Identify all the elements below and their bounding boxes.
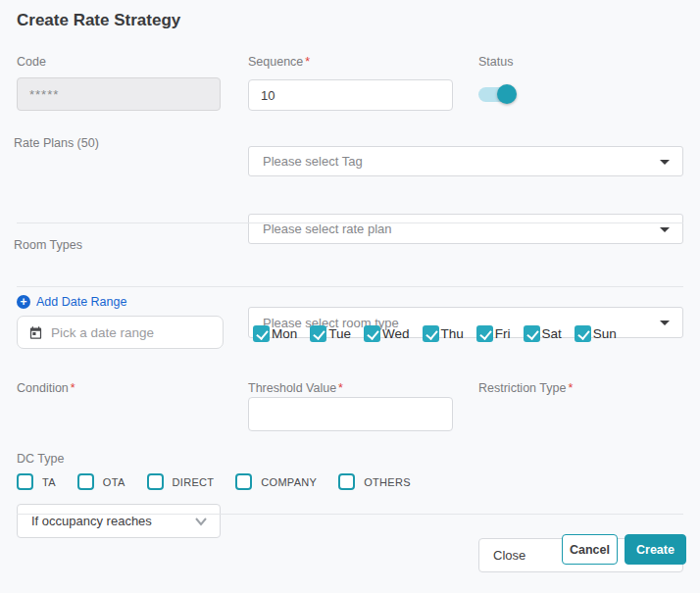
day-label: Mon bbox=[272, 326, 297, 341]
code-input bbox=[17, 77, 221, 111]
caret-down-icon bbox=[660, 227, 670, 232]
day-checkbox-mon[interactable]: Mon bbox=[253, 325, 297, 342]
threshold-label: Threshold Value* bbox=[248, 381, 343, 395]
dc-label: OTA bbox=[103, 476, 125, 488]
required-asterisk: * bbox=[338, 381, 343, 395]
condition-select[interactable]: If occupancy reaches bbox=[17, 504, 221, 538]
dc-label: OTHERS bbox=[364, 476, 411, 488]
cancel-button[interactable]: Cancel bbox=[562, 534, 618, 565]
sequence-label-text: Sequence bbox=[248, 55, 303, 69]
day-label: Sun bbox=[593, 326, 617, 341]
restriction-select-value: Close bbox=[493, 548, 525, 563]
dc-label: COMPANY bbox=[261, 476, 317, 488]
dc-type-label: DC Type bbox=[17, 452, 64, 466]
dc-label: DIRECT bbox=[173, 476, 215, 488]
dc-checkbox-direct[interactable]: DIRECT bbox=[147, 473, 215, 490]
plus-circle-icon: + bbox=[17, 295, 30, 309]
page-title: Create Rate Strategy bbox=[17, 11, 180, 30]
tag-select[interactable]: Please select Tag bbox=[248, 146, 683, 176]
calendar-icon bbox=[28, 325, 43, 340]
dc-checkbox-ota[interactable]: OTA bbox=[77, 473, 125, 490]
day-checkbox-sat[interactable]: Sat bbox=[524, 325, 562, 342]
divider bbox=[17, 286, 683, 287]
create-button[interactable]: Create bbox=[625, 534, 686, 565]
status-label: Status bbox=[478, 55, 513, 69]
checkbox-icon[interactable] bbox=[364, 325, 380, 342]
restriction-type-label: Restriction Type* bbox=[478, 381, 573, 395]
checkbox-icon[interactable] bbox=[147, 473, 164, 490]
dc-checkbox-others[interactable]: OTHERS bbox=[338, 473, 411, 490]
threshold-label-text: Threshold Value bbox=[248, 381, 336, 395]
restriction-label-text: Restriction Type bbox=[478, 381, 566, 395]
day-label: Sat bbox=[542, 326, 562, 341]
toggle-thumb-icon bbox=[497, 84, 517, 104]
day-checkbox-wed[interactable]: Wed bbox=[364, 325, 410, 342]
day-label: Thu bbox=[441, 326, 464, 341]
caret-down-icon bbox=[660, 160, 670, 165]
checkbox-icon[interactable] bbox=[575, 325, 591, 342]
rate-plan-select-placeholder: Please select rate plan bbox=[263, 222, 392, 236]
status-toggle[interactable] bbox=[478, 87, 515, 102]
day-checkbox-fri[interactable]: Fri bbox=[476, 325, 511, 342]
room-types-label: Room Types bbox=[14, 238, 82, 252]
dc-label: TA bbox=[42, 476, 56, 488]
threshold-value-input[interactable] bbox=[248, 397, 453, 431]
rate-plans-label: Rate Plans (50) bbox=[14, 136, 99, 150]
add-date-range-link[interactable]: + Add Date Range bbox=[17, 295, 126, 309]
dc-type-checkbox-row: TA OTA DIRECT COMPANY OTHERS bbox=[17, 473, 432, 490]
checkbox-icon[interactable] bbox=[253, 325, 270, 342]
date-range-placeholder: Pick a date range bbox=[51, 325, 154, 340]
divider bbox=[17, 222, 683, 223]
checkbox-icon[interactable] bbox=[235, 473, 252, 490]
day-label: Tue bbox=[328, 326, 351, 341]
code-label: Code bbox=[17, 55, 46, 69]
caret-down-icon bbox=[660, 321, 670, 325]
condition-label: Condition* bbox=[17, 381, 75, 395]
dc-checkbox-ta[interactable]: TA bbox=[17, 473, 56, 490]
day-checkbox-tue[interactable]: Tue bbox=[310, 325, 351, 342]
day-checkbox-thu[interactable]: Thu bbox=[423, 325, 464, 342]
day-label: Fri bbox=[495, 326, 511, 341]
divider bbox=[17, 514, 683, 515]
checkbox-icon[interactable] bbox=[524, 325, 540, 342]
rate-plan-select[interactable]: Please select rate plan bbox=[248, 214, 683, 244]
required-asterisk: * bbox=[305, 55, 310, 69]
checkbox-icon[interactable] bbox=[77, 473, 94, 490]
sequence-input[interactable] bbox=[248, 79, 453, 111]
dc-checkbox-company[interactable]: COMPANY bbox=[235, 473, 317, 490]
checkbox-icon[interactable] bbox=[310, 325, 326, 342]
condition-select-value: If occupancy reaches bbox=[31, 514, 152, 528]
required-asterisk: * bbox=[71, 381, 75, 395]
day-label: Wed bbox=[382, 326, 410, 341]
checkbox-icon[interactable] bbox=[476, 325, 493, 342]
days-checkbox-row: Mon Tue Wed Thu Fri Sat Sun bbox=[253, 325, 617, 342]
date-range-input[interactable]: Pick a date range bbox=[17, 316, 224, 349]
chevron-down-icon bbox=[195, 517, 207, 526]
checkbox-icon[interactable] bbox=[17, 473, 33, 490]
tag-select-placeholder: Please select Tag bbox=[263, 154, 363, 169]
condition-label-text: Condition bbox=[17, 381, 69, 395]
checkbox-icon[interactable] bbox=[423, 325, 439, 342]
checkbox-icon[interactable] bbox=[338, 473, 355, 490]
add-date-range-label: Add Date Range bbox=[36, 295, 126, 309]
day-checkbox-sun[interactable]: Sun bbox=[575, 325, 617, 342]
sequence-label: Sequence* bbox=[248, 55, 310, 69]
required-asterisk: * bbox=[568, 381, 573, 395]
